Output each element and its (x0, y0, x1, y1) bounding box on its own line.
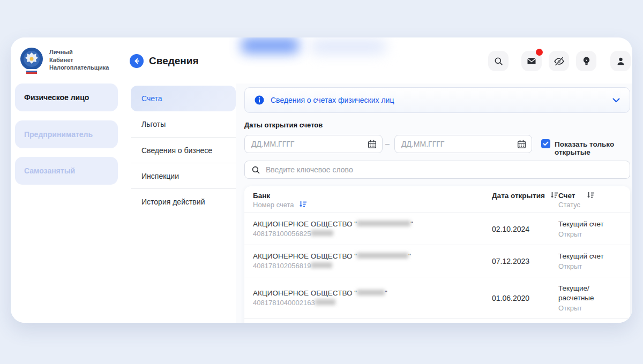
open-date: 02.10.2024 (492, 225, 529, 233)
account-number: 408178100056825 (253, 230, 492, 238)
table-row[interactable]: АКЦИОНЕРНОЕ ОБЩЕСТВО "" 4081781040002163… (244, 277, 630, 319)
redacted-account-digits (311, 230, 333, 236)
info-banner[interactable]: Сведения о счетах физических лиц (244, 87, 630, 113)
check-icon (543, 141, 549, 146)
back-button[interactable] (130, 54, 144, 68)
sidebar: Личный Кабинет Налогоплательщика Физичес… (11, 37, 129, 323)
col-subheader-status: Статус (558, 201, 630, 209)
accounts-table: Банк Номер счета Дата открытия (244, 186, 630, 323)
table-header-row: Банк Номер счета Дата открытия (244, 186, 630, 213)
profile-tab-selfemployed[interactable]: Самозанятый (15, 157, 118, 185)
app-title: Личный Кабинет Налогоплательщика (49, 48, 109, 72)
date-from-input[interactable] (251, 140, 368, 148)
bank-name: АКЦИОНЕРНОЕ ОБЩЕСТВО "" (253, 220, 492, 228)
account-type: Текущий счет (558, 252, 630, 261)
calendar-icon[interactable] (517, 140, 526, 149)
section-nav: Счета Льготы Сведения о бизнесе Инспекци… (131, 86, 238, 214)
profile-tab-entrepreneur[interactable]: Предприниматель (15, 120, 118, 148)
profile-tab-individual[interactable]: Физическое лицо (15, 84, 118, 111)
account-number: 4081781040002163 (253, 299, 492, 307)
date-to-input[interactable] (401, 140, 517, 148)
account-type: Текущие/расчетные (558, 284, 630, 303)
date-range-separator: – (385, 139, 390, 148)
col-header-account-type[interactable]: Счет (558, 192, 630, 200)
calendar-icon[interactable] (368, 140, 377, 149)
dates-filter-label: Даты открытия счетов (244, 121, 323, 129)
logo-block: Личный Кабинет Налогоплательщика (17, 46, 109, 74)
sort-icon[interactable] (299, 201, 307, 208)
keyword-search-input[interactable] (266, 165, 623, 174)
open-date: 01.06.2020 (492, 294, 529, 302)
page-title: Сведения (149, 55, 199, 67)
account-status: Открыт (558, 262, 630, 270)
fns-logo-icon (17, 46, 46, 74)
show-open-only-label[interactable]: Показать только открытые (555, 140, 632, 156)
profile-button[interactable] (610, 51, 631, 71)
app-window: Личный Кабинет Налогоплательщика Физичес… (11, 37, 632, 323)
mail-icon (526, 56, 537, 66)
redacted-header-chip (241, 37, 299, 54)
search-icon (251, 165, 260, 175)
nav-item-benefits[interactable]: Льготы (131, 111, 236, 137)
sort-icon[interactable] (587, 192, 595, 199)
hide-data-button[interactable] (549, 51, 569, 71)
redacted-bank-name (357, 290, 385, 295)
lightbulb-icon (581, 56, 592, 66)
open-date: 07.12.2023 (492, 257, 529, 266)
nav-item-business[interactable]: Сведения о бизнесе (131, 137, 236, 163)
chevron-down-icon[interactable] (612, 98, 620, 103)
redacted-account-digits (315, 299, 335, 305)
info-banner-text: Сведения о счетах физических лиц (271, 96, 612, 104)
search-icon (494, 56, 504, 66)
tips-button[interactable] (576, 51, 596, 71)
account-number: 408178102056819 (253, 262, 492, 270)
date-to-field[interactable] (394, 135, 532, 153)
account-status: Открыт (558, 230, 630, 238)
redacted-bank-name (357, 221, 410, 226)
account-type: Текущий счет (558, 219, 630, 229)
bank-name: АКЦИОНЕРНОЕ ОБЩЕСТВО "" (253, 289, 492, 297)
account-status: Открыт (558, 304, 630, 312)
nav-item-accounts[interactable]: Счета (131, 86, 236, 111)
redacted-bank-name (357, 253, 408, 259)
col-header-date[interactable]: Дата открытия (492, 192, 558, 200)
nav-item-history[interactable]: История действий (131, 188, 236, 214)
redacted-header-area (311, 40, 386, 54)
nav-item-inspections[interactable]: Инспекции (131, 163, 236, 188)
redacted-account-digits (311, 262, 332, 268)
eye-off-icon (554, 56, 565, 67)
sort-icon[interactable] (550, 192, 558, 199)
table-row[interactable]: АКЦИОНЕРНОЕ ОБЩЕСТВО "" 408178100056825 … (244, 213, 630, 245)
info-icon (255, 95, 264, 105)
search-button[interactable] (488, 51, 509, 71)
keyword-search-field[interactable] (244, 161, 630, 179)
arrow-left-icon (133, 57, 140, 65)
user-icon (616, 56, 626, 66)
notification-dot (536, 49, 543, 56)
show-open-only-checkbox[interactable] (541, 139, 550, 148)
col-header-bank[interactable]: Банк (253, 192, 492, 200)
bank-name: АКЦИОНЕРНОЕ ОБЩЕСТВО "" (253, 252, 492, 260)
date-from-field[interactable] (244, 135, 383, 153)
table-row[interactable]: АКЦИОНЕРНОЕ ОБЩЕСТВО "" 408178102056819 … (244, 245, 630, 277)
col-subheader-account: Номер счета (253, 201, 294, 209)
